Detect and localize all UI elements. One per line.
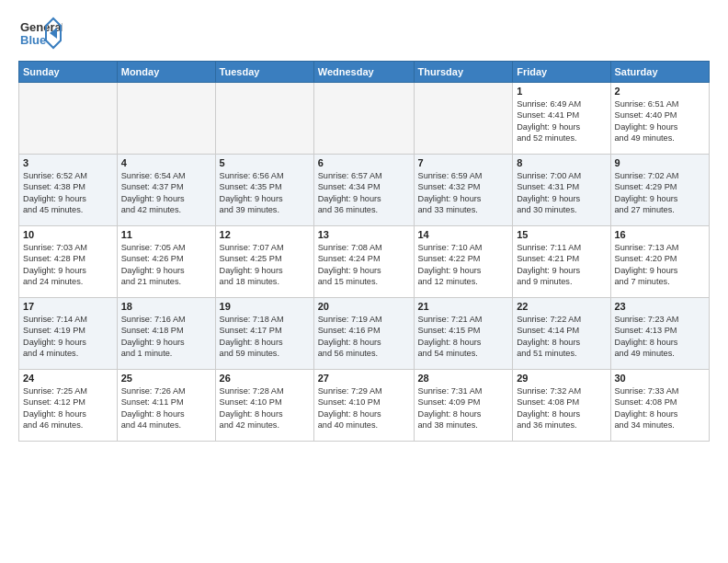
calendar-cell [313, 83, 414, 155]
day-info: Sunrise: 7:13 AMSunset: 4:20 PMDaylight:… [615, 242, 706, 288]
day-info: Sunrise: 7:07 AMSunset: 4:25 PMDaylight:… [220, 242, 310, 288]
day-number: 19 [220, 301, 310, 312]
day-number: 14 [418, 229, 509, 240]
day-info: Sunrise: 7:32 AMSunset: 4:08 PMDaylight:… [517, 385, 606, 431]
calendar-cell: 23Sunrise: 7:23 AMSunset: 4:13 PMDayligh… [610, 298, 710, 370]
day-info: Sunrise: 7:02 AMSunset: 4:29 PMDaylight:… [615, 170, 706, 216]
calendar-cell: 18Sunrise: 7:16 AMSunset: 4:18 PMDayligh… [117, 298, 215, 370]
calendar-week-row: 24Sunrise: 7:25 AMSunset: 4:12 PMDayligh… [19, 370, 710, 442]
svg-text:Blue: Blue [20, 33, 46, 47]
calendar-cell: 11Sunrise: 7:05 AMSunset: 4:26 PMDayligh… [117, 226, 215, 298]
calendar-cell: 10Sunrise: 7:03 AMSunset: 4:28 PMDayligh… [19, 226, 118, 298]
column-header-thursday: Thursday [414, 62, 513, 83]
calendar-week-row: 1Sunrise: 6:49 AMSunset: 4:41 PMDaylight… [19, 83, 710, 155]
day-number: 23 [615, 301, 706, 312]
day-info: Sunrise: 7:23 AMSunset: 4:13 PMDaylight:… [615, 314, 706, 360]
day-info: Sunrise: 6:51 AMSunset: 4:40 PMDaylight:… [615, 98, 706, 144]
day-info: Sunrise: 6:52 AMSunset: 4:38 PMDaylight:… [23, 170, 113, 216]
day-info: Sunrise: 7:11 AMSunset: 4:21 PMDaylight:… [517, 242, 606, 288]
day-number: 24 [23, 373, 113, 384]
day-info: Sunrise: 7:03 AMSunset: 4:28 PMDaylight:… [23, 242, 113, 288]
column-header-friday: Friday [513, 62, 610, 83]
day-number: 12 [220, 229, 310, 240]
day-info: Sunrise: 7:33 AMSunset: 4:08 PMDaylight:… [615, 385, 706, 431]
day-number: 21 [418, 301, 509, 312]
calendar-cell: 6Sunrise: 6:57 AMSunset: 4:34 PMDaylight… [313, 155, 414, 226]
column-header-tuesday: Tuesday [215, 62, 313, 83]
day-number: 3 [23, 157, 113, 168]
day-number: 8 [517, 157, 606, 168]
day-number: 30 [615, 373, 706, 384]
calendar-cell: 25Sunrise: 7:26 AMSunset: 4:11 PMDayligh… [117, 370, 215, 442]
day-info: Sunrise: 7:28 AMSunset: 4:10 PMDaylight:… [220, 385, 310, 431]
calendar-cell: 12Sunrise: 7:07 AMSunset: 4:25 PMDayligh… [215, 226, 313, 298]
calendar-cell: 30Sunrise: 7:33 AMSunset: 4:08 PMDayligh… [610, 370, 710, 442]
day-info: Sunrise: 6:49 AMSunset: 4:41 PMDaylight:… [517, 98, 606, 144]
column-header-saturday: Saturday [610, 62, 710, 83]
day-info: Sunrise: 7:26 AMSunset: 4:11 PMDaylight:… [121, 385, 211, 431]
logo: General Blue [18, 15, 63, 52]
calendar-cell: 21Sunrise: 7:21 AMSunset: 4:15 PMDayligh… [414, 298, 513, 370]
calendar-cell [215, 83, 313, 155]
calendar-cell: 24Sunrise: 7:25 AMSunset: 4:12 PMDayligh… [19, 370, 118, 442]
calendar-cell: 26Sunrise: 7:28 AMSunset: 4:10 PMDayligh… [215, 370, 313, 442]
day-number: 4 [121, 157, 211, 168]
calendar-cell: 22Sunrise: 7:22 AMSunset: 4:14 PMDayligh… [513, 298, 610, 370]
day-info: Sunrise: 7:16 AMSunset: 4:18 PMDaylight:… [121, 314, 211, 360]
calendar-cell [414, 83, 513, 155]
day-info: Sunrise: 6:59 AMSunset: 4:32 PMDaylight:… [418, 170, 509, 216]
day-number: 18 [121, 301, 211, 312]
calendar-cell: 4Sunrise: 6:54 AMSunset: 4:37 PMDaylight… [117, 155, 215, 226]
calendar-cell: 3Sunrise: 6:52 AMSunset: 4:38 PMDaylight… [19, 155, 118, 226]
day-number: 2 [615, 86, 706, 97]
calendar-cell: 2Sunrise: 6:51 AMSunset: 4:40 PMDaylight… [610, 83, 710, 155]
day-number: 1 [517, 86, 606, 97]
calendar-cell: 9Sunrise: 7:02 AMSunset: 4:29 PMDaylight… [610, 155, 710, 226]
calendar-week-row: 3Sunrise: 6:52 AMSunset: 4:38 PMDaylight… [19, 155, 710, 226]
day-info: Sunrise: 7:29 AMSunset: 4:10 PMDaylight:… [318, 385, 410, 431]
calendar-cell: 5Sunrise: 6:56 AMSunset: 4:35 PMDaylight… [215, 155, 313, 226]
calendar-week-row: 17Sunrise: 7:14 AMSunset: 4:19 PMDayligh… [19, 298, 710, 370]
day-info: Sunrise: 7:10 AMSunset: 4:22 PMDaylight:… [418, 242, 509, 288]
day-info: Sunrise: 7:21 AMSunset: 4:15 PMDaylight:… [418, 314, 509, 360]
day-info: Sunrise: 7:14 AMSunset: 4:19 PMDaylight:… [23, 314, 113, 360]
day-info: Sunrise: 6:54 AMSunset: 4:37 PMDaylight:… [121, 170, 211, 216]
day-number: 16 [615, 229, 706, 240]
day-info: Sunrise: 7:22 AMSunset: 4:14 PMDaylight:… [517, 314, 606, 360]
day-info: Sunrise: 7:19 AMSunset: 4:16 PMDaylight:… [318, 314, 410, 360]
day-number: 27 [318, 373, 410, 384]
day-info: Sunrise: 7:18 AMSunset: 4:17 PMDaylight:… [220, 314, 310, 360]
day-number: 7 [418, 157, 509, 168]
page: General Blue SundayMondayTuesdayWednesda… [0, 0, 728, 563]
calendar-cell: 14Sunrise: 7:10 AMSunset: 4:22 PMDayligh… [414, 226, 513, 298]
calendar-cell [19, 83, 118, 155]
day-info: Sunrise: 6:57 AMSunset: 4:34 PMDaylight:… [318, 170, 410, 216]
day-number: 28 [418, 373, 509, 384]
day-info: Sunrise: 7:05 AMSunset: 4:26 PMDaylight:… [121, 242, 211, 288]
day-number: 26 [220, 373, 310, 384]
day-number: 6 [318, 157, 410, 168]
column-header-monday: Monday [117, 62, 215, 83]
calendar-cell: 1Sunrise: 6:49 AMSunset: 4:41 PMDaylight… [513, 83, 610, 155]
column-header-wednesday: Wednesday [313, 62, 414, 83]
calendar-header-row: SundayMondayTuesdayWednesdayThursdayFrid… [19, 62, 710, 83]
calendar-cell: 7Sunrise: 6:59 AMSunset: 4:32 PMDaylight… [414, 155, 513, 226]
day-number: 11 [121, 229, 211, 240]
calendar-cell: 19Sunrise: 7:18 AMSunset: 4:17 PMDayligh… [215, 298, 313, 370]
day-number: 5 [220, 157, 310, 168]
day-number: 9 [615, 157, 706, 168]
calendar: SundayMondayTuesdayWednesdayThursdayFrid… [18, 61, 710, 442]
day-number: 13 [318, 229, 410, 240]
calendar-cell: 20Sunrise: 7:19 AMSunset: 4:16 PMDayligh… [313, 298, 414, 370]
day-number: 29 [517, 373, 606, 384]
calendar-cell: 27Sunrise: 7:29 AMSunset: 4:10 PMDayligh… [313, 370, 414, 442]
calendar-cell: 28Sunrise: 7:31 AMSunset: 4:09 PMDayligh… [414, 370, 513, 442]
day-number: 15 [517, 229, 606, 240]
day-info: Sunrise: 6:56 AMSunset: 4:35 PMDaylight:… [220, 170, 310, 216]
header: General Blue [18, 15, 710, 52]
day-info: Sunrise: 7:08 AMSunset: 4:24 PMDaylight:… [318, 242, 410, 288]
calendar-cell [117, 83, 215, 155]
calendar-week-row: 10Sunrise: 7:03 AMSunset: 4:28 PMDayligh… [19, 226, 710, 298]
day-info: Sunrise: 7:25 AMSunset: 4:12 PMDaylight:… [23, 385, 113, 431]
calendar-cell: 17Sunrise: 7:14 AMSunset: 4:19 PMDayligh… [19, 298, 118, 370]
